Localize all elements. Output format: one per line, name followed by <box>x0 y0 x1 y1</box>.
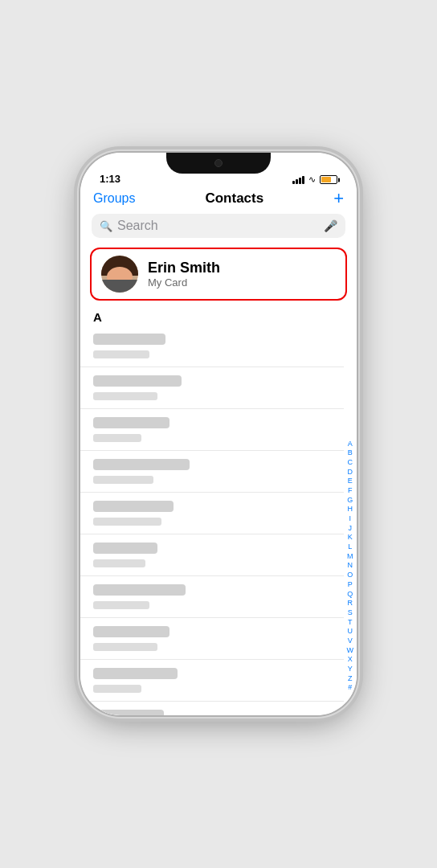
contact-info <box>93 542 157 567</box>
contact-info <box>93 334 165 358</box>
alpha-c-button[interactable]: C <box>348 458 353 468</box>
contact-detail-blur <box>93 685 141 693</box>
wifi-icon: ∿ <box>308 174 316 185</box>
contact-detail-blur <box>93 601 149 609</box>
contact-info <box>93 710 164 715</box>
contact-name-blur <box>93 542 157 554</box>
alpha-v-button[interactable]: V <box>348 637 353 646</box>
alpha-j-button[interactable]: J <box>349 524 353 534</box>
camera <box>214 159 223 167</box>
battery-icon <box>320 175 337 184</box>
nav-bar: Groups Contacts + <box>80 188 357 214</box>
contact-info <box>93 668 178 693</box>
alpha-y-button[interactable]: Y <box>348 665 353 674</box>
contact-rows-container <box>80 326 357 715</box>
contact-name-blur <box>93 375 182 387</box>
alpha-p-button[interactable]: P <box>348 580 353 590</box>
alpha-o-button[interactable]: O <box>347 571 353 580</box>
alpha-d-button[interactable]: D <box>348 468 353 477</box>
alpha-e-button[interactable]: E <box>348 477 353 486</box>
alpha-w-button[interactable]: W <box>347 646 354 656</box>
contact-detail-blur <box>93 350 149 358</box>
contact-detail-blur <box>93 518 161 526</box>
alpha-r-button[interactable]: R <box>348 599 353 608</box>
alpha-l-button[interactable]: L <box>348 542 352 552</box>
groups-button[interactable]: Groups <box>93 191 135 206</box>
contact-name-blur <box>93 417 169 428</box>
search-bar[interactable]: 🔍 Search 🎤 <box>92 214 345 238</box>
alpha-n-button[interactable]: N <box>348 562 353 571</box>
my-card-info: Erin Smith My Card <box>148 260 220 289</box>
my-card-name: Erin Smith <box>148 260 220 276</box>
my-card-label: My Card <box>148 276 220 289</box>
contact-name-blur <box>93 459 190 470</box>
battery-fill <box>321 177 331 182</box>
contact-info <box>93 626 169 651</box>
alpha-k-button[interactable]: K <box>348 534 353 543</box>
contact-name-blur <box>93 710 164 715</box>
contact-name-blur <box>93 668 178 679</box>
search-input[interactable]: Search <box>117 219 319 233</box>
alpha-m-button[interactable]: M <box>347 552 353 562</box>
screen: 1:13 ∿ Groups Contacts + 🔍 <box>80 153 357 715</box>
page-title: Contacts <box>205 190 263 207</box>
status-icons: ∿ <box>292 174 337 185</box>
contact-name-blur <box>93 334 165 345</box>
contact-detail-blur <box>93 643 157 651</box>
contact-row[interactable] <box>80 493 344 534</box>
section-header-a: A <box>80 307 357 326</box>
contact-row[interactable] <box>80 367 344 409</box>
contact-name-blur <box>93 626 169 637</box>
search-icon: 🔍 <box>100 220 112 232</box>
contact-info <box>93 501 174 526</box>
notch <box>166 153 271 174</box>
alpha-index[interactable]: ABCDEFGHIJKLMNOPQRSTUVWXYZ# <box>347 440 354 694</box>
contact-info <box>93 584 186 609</box>
contact-row[interactable] <box>80 326 344 367</box>
add-contact-button[interactable]: + <box>333 190 344 207</box>
phone-frame: 1:13 ∿ Groups Contacts + 🔍 <box>80 153 357 715</box>
alpha-b-button[interactable]: B <box>348 448 353 458</box>
alpha-#-button[interactable]: # <box>348 684 352 694</box>
contact-detail-blur <box>93 392 157 400</box>
contact-detail-blur <box>93 559 145 567</box>
contact-info <box>93 459 190 484</box>
alpha-h-button[interactable]: H <box>348 506 353 515</box>
my-card-row[interactable]: Erin Smith My Card <box>90 248 347 301</box>
contact-detail-blur <box>93 434 141 442</box>
contact-row[interactable] <box>80 451 344 493</box>
alpha-u-button[interactable]: U <box>348 627 353 637</box>
status-time: 1:13 <box>100 173 120 185</box>
contact-info <box>93 375 182 400</box>
alpha-f-button[interactable]: F <box>348 486 353 496</box>
avatar <box>101 256 138 293</box>
contact-info <box>93 417 169 442</box>
avatar-body <box>101 280 138 293</box>
microphone-icon[interactable]: 🎤 <box>324 219 337 232</box>
alpha-i-button[interactable]: I <box>349 514 351 524</box>
contact-name-blur <box>93 584 186 596</box>
alpha-s-button[interactable]: S <box>348 608 353 618</box>
contact-row[interactable] <box>80 618 344 660</box>
contacts-main: Erin Smith My Card A <box>80 244 357 715</box>
signal-bars-icon <box>292 176 304 184</box>
alpha-a-button[interactable]: A <box>348 440 353 449</box>
alpha-x-button[interactable]: X <box>348 656 353 665</box>
alpha-t-button[interactable]: T <box>348 618 353 628</box>
contact-row[interactable] <box>80 702 344 715</box>
contacts-scroll: ABCDEFGHIJKLMNOPQRSTUVWXYZ# <box>80 326 357 715</box>
alpha-z-button[interactable]: Z <box>348 674 353 684</box>
contact-row[interactable] <box>80 534 344 576</box>
contact-detail-blur <box>93 476 153 484</box>
alpha-q-button[interactable]: Q <box>347 590 353 600</box>
contact-row[interactable] <box>80 660 344 702</box>
contact-row[interactable] <box>80 409 344 451</box>
contact-name-blur <box>93 501 174 512</box>
contact-row[interactable] <box>80 576 344 618</box>
alpha-g-button[interactable]: G <box>347 496 353 506</box>
